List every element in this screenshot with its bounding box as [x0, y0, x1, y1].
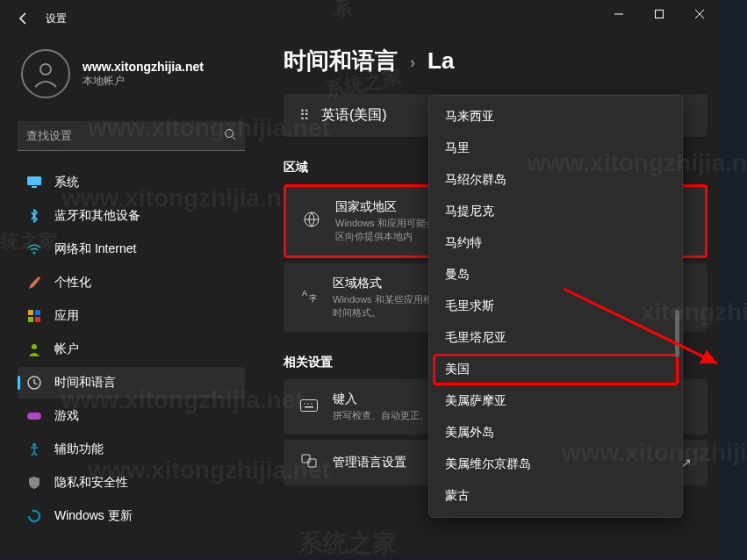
dropdown-item[interactable]: 马约特 — [433, 227, 679, 259]
person-icon — [26, 341, 42, 357]
minimize-button[interactable] — [599, 0, 639, 28]
settings-window: 设置 www.xitongzhijia.net 本地帐户 系统蓝牙和其他设备 — [0, 0, 720, 557]
access-icon — [26, 442, 42, 457]
svg-point-20 — [311, 403, 312, 404]
dropdown-item[interactable]: 马提尼克 — [433, 196, 679, 227]
main-content: 时间和语言 › La ⠿ 英语(美国) 区域 国家或地区 Windows 和应用… — [259, 37, 720, 557]
nav-label: Windows 更新 — [54, 508, 133, 524]
svg-rect-0 — [656, 11, 664, 18]
nav-label: 时间和语言 — [54, 375, 116, 391]
nav-label: 系统 — [54, 175, 79, 190]
nav-item-privacy[interactable]: 隐私和安全性 — [18, 467, 245, 499]
window-title: 设置 — [46, 11, 67, 26]
nav-item-network[interactable]: 网络和 Internet — [18, 233, 245, 265]
svg-rect-7 — [35, 310, 40, 315]
titlebar: 设置 — [0, 0, 720, 37]
search-box[interactable] — [18, 121, 245, 151]
globe-icon — [302, 211, 321, 232]
svg-point-1 — [40, 64, 51, 75]
update-icon — [26, 508, 42, 524]
nav-label: 网络和 Internet — [54, 241, 136, 257]
svg-rect-17 — [301, 399, 318, 411]
dropdown-item[interactable]: 马绍尔群岛 — [433, 164, 679, 196]
monitor-icon — [26, 175, 42, 190]
search-input[interactable] — [26, 129, 224, 142]
window-controls — [599, 0, 720, 28]
admin-lang-icon — [299, 452, 319, 473]
chevron-right-icon: › — [410, 54, 415, 72]
svg-rect-8 — [28, 317, 33, 322]
svg-point-5 — [33, 252, 36, 255]
dropdown-item[interactable]: 蒙古 — [433, 480, 679, 512]
language-label: 英语(美国) — [321, 106, 387, 125]
avatar — [21, 49, 70, 98]
breadcrumb: 时间和语言 › La — [284, 46, 707, 76]
nav-label: 隐私和安全性 — [54, 475, 128, 491]
nav-label: 蓝牙和其他设备 — [54, 208, 140, 224]
svg-text:A: A — [302, 289, 307, 298]
nav-item-apps[interactable]: 应用 — [18, 300, 245, 332]
grip-icon[interactable]: ⠿ — [299, 107, 307, 124]
dropdown-item[interactable]: 马里 — [433, 133, 679, 164]
svg-point-13 — [32, 443, 36, 447]
dropdown-item[interactable]: 美属外岛 — [433, 417, 679, 449]
breadcrumb-root[interactable]: 时间和语言 — [284, 46, 398, 76]
search-icon — [224, 128, 236, 144]
dropdown-item[interactable]: 美属萨摩亚 — [433, 385, 679, 417]
game-icon — [26, 408, 42, 424]
nav-label: 应用 — [54, 308, 79, 324]
card-title: 管理语言设置 — [333, 455, 406, 470]
user-name: www.xitongzhijia.net — [83, 60, 204, 74]
svg-rect-9 — [35, 317, 40, 322]
svg-rect-23 — [308, 459, 316, 467]
maximize-button[interactable] — [639, 0, 679, 28]
nav-item-accounts[interactable]: 帐户 — [18, 334, 245, 365]
user-sub: 本地帐户 — [83, 74, 204, 89]
user-info[interactable]: www.xitongzhijia.net 本地帐户 — [18, 37, 245, 118]
wifi-icon — [26, 241, 42, 257]
sidebar: www.xitongzhijia.net 本地帐户 系统蓝牙和其他设备网络和 I… — [0, 37, 259, 557]
svg-point-2 — [226, 129, 233, 137]
svg-rect-12 — [27, 413, 41, 420]
svg-point-18 — [304, 403, 305, 404]
nav-item-system[interactable]: 系统 — [18, 167, 245, 198]
close-button[interactable] — [679, 0, 720, 28]
nav-item-personalize[interactable]: 个性化 — [18, 267, 245, 298]
nav-item-bluetooth[interactable]: 蓝牙和其他设备 — [18, 200, 245, 232]
nav-item-accessibility[interactable]: 辅助功能 — [18, 434, 245, 465]
clock-icon — [26, 375, 42, 391]
nav-label: 辅助功能 — [54, 442, 104, 457]
nav-label: 帐户 — [54, 341, 79, 357]
nav-list: 系统蓝牙和其他设备网络和 Internet个性化应用帐户时间和语言游戏辅助功能隐… — [18, 167, 245, 532]
nav-item-timelang[interactable]: 时间和语言 — [18, 367, 245, 398]
apps-icon — [26, 308, 42, 324]
annotation-arrow — [559, 284, 720, 381]
format-icon: A字 — [299, 287, 319, 308]
svg-rect-6 — [28, 310, 33, 315]
svg-rect-21 — [305, 406, 313, 408]
svg-rect-4 — [32, 186, 37, 188]
svg-rect-3 — [27, 176, 41, 185]
svg-point-10 — [32, 344, 37, 349]
keyboard-icon — [299, 399, 319, 415]
dropdown-item[interactable]: 马来西亚 — [433, 101, 679, 133]
svg-text:字: 字 — [309, 294, 317, 303]
breadcrumb-sub: La — [427, 47, 454, 75]
nav-label: 个性化 — [54, 275, 91, 291]
shield-icon — [26, 475, 42, 491]
back-button[interactable] — [7, 2, 40, 35]
bt-icon — [26, 208, 42, 224]
nav-label: 游戏 — [54, 408, 79, 424]
brush-icon — [26, 275, 42, 291]
dropdown-item[interactable]: 美属维尔京群岛 — [433, 449, 679, 480]
svg-point-19 — [307, 403, 308, 404]
nav-item-gaming[interactable]: 游戏 — [18, 400, 245, 432]
nav-item-update[interactable]: Windows 更新 — [18, 500, 245, 532]
svg-rect-22 — [302, 455, 310, 463]
